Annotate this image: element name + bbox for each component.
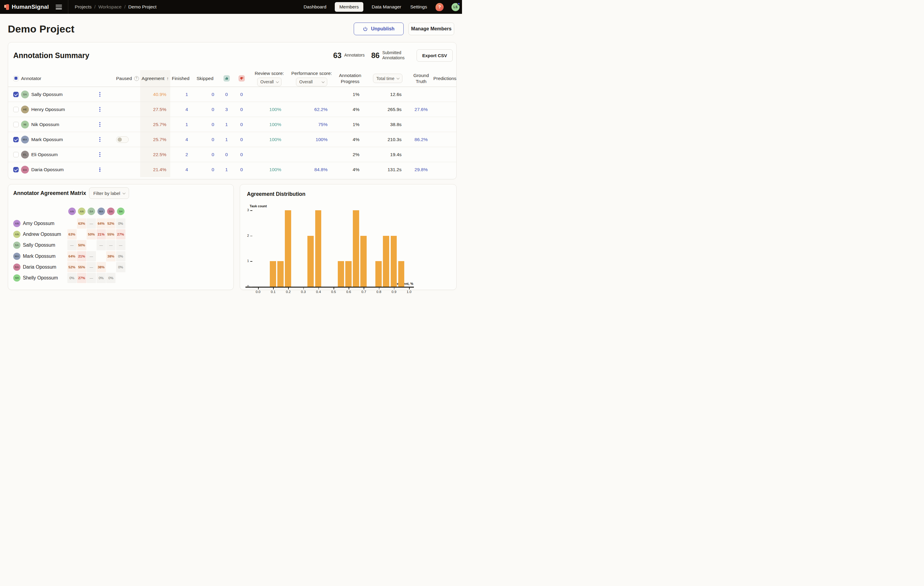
total-time-select[interactable]: Total time (373, 74, 402, 83)
breadcrumb-current-page: Demo Project (128, 4, 157, 10)
unpublish-button[interactable]: Unpublish (354, 23, 404, 35)
row-checkbox[interactable] (13, 122, 19, 127)
matrix-cell: 63% (68, 229, 77, 239)
kebab-menu-icon[interactable] (98, 107, 102, 112)
matrix-cell: 0% (116, 251, 125, 261)
accepted-cell: 0 (219, 147, 234, 162)
rejected-cell-value: 0 (240, 137, 243, 142)
topbar-right: DashboardMembersData ManagerSettings ? L… (303, 2, 462, 12)
finished-cell: 4 (170, 102, 193, 117)
power-icon (363, 26, 368, 31)
rejected-column-header[interactable] (234, 70, 249, 87)
nav-dashboard[interactable]: Dashboard (303, 2, 327, 12)
accepted-cell: 1 (219, 162, 234, 177)
matrix-cell: — (116, 240, 125, 250)
matrix-row-avatar: AN (13, 231, 20, 238)
accepted-cell-value: 3 (225, 107, 228, 112)
help-icon[interactable]: ? (436, 3, 444, 11)
nav-members[interactable]: Members (335, 2, 363, 12)
ground-truth-cell: 27.6% (409, 102, 434, 117)
agreement-column-header[interactable]: Agreement ↑ (140, 70, 170, 87)
matrix-cell: 0% (97, 273, 106, 283)
kebab-menu-icon[interactable] (98, 137, 102, 142)
annotator-avatar: MA (21, 136, 29, 144)
accepted-column-header[interactable] (219, 70, 234, 87)
annotation-progress-cell: 4% (333, 102, 367, 117)
skipped-cell-value: 0 (211, 167, 214, 172)
breadcrumb: Projects / Workspace / Demo Project (75, 4, 157, 10)
matrix-cell: 0% (106, 273, 116, 283)
review-score-select[interactable]: Overall (257, 78, 282, 86)
performance-score-cell: 84.8% (290, 162, 333, 177)
skipped-column-header[interactable]: Skipped (193, 70, 219, 87)
select-all-checkbox[interactable] (13, 76, 19, 81)
row-checkbox[interactable] (13, 167, 19, 172)
matrix-cell: 21% (97, 229, 106, 239)
kebab-menu-icon[interactable] (98, 152, 102, 157)
annotator-cell: ELEli Opossum (8, 147, 112, 162)
matrix-cell (106, 262, 116, 272)
page-title: Demo Project (8, 23, 74, 35)
kebab-menu-icon[interactable] (98, 92, 102, 97)
row-checkbox[interactable] (13, 152, 19, 157)
breadcrumb-separator: / (94, 4, 96, 10)
annotation-progress-value: 2% (353, 152, 360, 157)
nav-settings[interactable]: Settings (410, 2, 428, 12)
matrix-cell: 38% (106, 251, 116, 261)
paused-cell (112, 162, 140, 177)
predictions-cell (434, 87, 456, 102)
matrix-cell: 21% (77, 251, 86, 261)
rejected-cell-value: 0 (240, 167, 243, 172)
accepted-cell-value: 0 (225, 152, 228, 157)
chart-x-tick-label: 0.7 (358, 290, 369, 293)
kebab-menu-icon[interactable] (98, 122, 102, 127)
annotation-progress-column-header: Annotation Progress (333, 70, 367, 87)
breadcrumb-projects[interactable]: Projects (75, 4, 92, 10)
question-circle-icon[interactable]: ? (134, 76, 139, 81)
finished-column-header[interactable]: Finished (170, 70, 193, 87)
ground-truth-column-header: Ground Truth (409, 70, 434, 87)
summary-title: Annotation Summary (13, 51, 89, 60)
breadcrumb-workspace[interactable]: Workspace (98, 4, 122, 10)
skipped-cell: 0 (193, 87, 219, 102)
performance-score-value: 100% (315, 137, 328, 142)
humansignal-logo[interactable]: HumanSignal (4, 3, 49, 10)
matrix-row-name: Andrew Opossum (23, 232, 61, 237)
matrix-row-avatar: MA (13, 253, 20, 260)
performance-score-cell (290, 87, 333, 102)
nav-data-manager[interactable]: Data Manager (371, 2, 402, 12)
ground-truth-cell: 29.8% (409, 162, 434, 177)
hamburger-menu-icon[interactable] (56, 5, 62, 9)
skipped-cell-value: 0 (211, 152, 214, 157)
pause-toggle[interactable] (116, 136, 129, 143)
humansignal-logo-icon (4, 4, 9, 10)
review-score-selected-value: Overall (261, 79, 274, 84)
review-score-label: Review score: (255, 71, 284, 76)
annotation-progress-value: 4% (353, 167, 360, 172)
row-checkbox[interactable] (13, 137, 19, 142)
skipped-cell: 0 (193, 132, 219, 147)
performance-score-select[interactable]: Overall (296, 78, 327, 86)
performance-score-cell: 75% (290, 117, 333, 132)
review-score-cell: 100% (249, 117, 290, 132)
matrix-cell: 55% (106, 229, 116, 239)
export-csv-button[interactable]: Export CSV (417, 50, 453, 62)
total-time-cell: 38.8s (367, 117, 409, 132)
chart-bar (270, 261, 276, 287)
kebab-menu-icon[interactable] (98, 167, 102, 172)
review-score-column-header: Review score: Overall (249, 70, 290, 87)
user-avatar[interactable]: LS (452, 3, 460, 11)
accepted-cell-value: 1 (225, 122, 228, 127)
matrix-column-avatar: SA (87, 208, 95, 215)
rejected-cell: 0 (234, 102, 249, 117)
predictions-label: Predictions (434, 76, 457, 81)
row-checkbox[interactable] (13, 107, 19, 112)
manage-members-button[interactable]: Manage Members (408, 23, 454, 35)
unpublish-button-label: Unpublish (371, 26, 394, 31)
agreement-cell: 40.9% (140, 87, 170, 102)
row-checkbox[interactable] (13, 92, 19, 97)
ground-truth-cell (409, 117, 434, 132)
chart-x-tick-label: 0.0 (253, 290, 263, 293)
chart-x-tick-mark (288, 287, 289, 289)
annotator-name: Mark Opossum (31, 137, 63, 142)
